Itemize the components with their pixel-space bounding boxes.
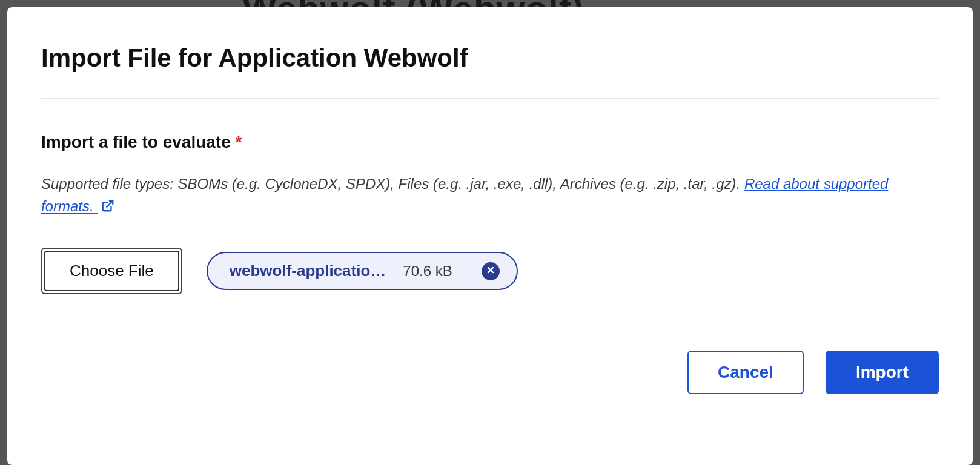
selected-file-name: webwolf-applicatio… — [230, 262, 386, 280]
section-label-text: Import a file to evaluate — [41, 133, 231, 151]
external-link-icon — [101, 196, 114, 219]
import-file-modal: Import File for Application Webwolf Impo… — [7, 7, 973, 465]
svg-line-0 — [107, 201, 113, 207]
file-selection-row: Choose File webwolf-applicatio… 70.6 kB — [41, 248, 939, 294]
close-icon — [486, 266, 495, 277]
cancel-button[interactable]: Cancel — [687, 351, 804, 394]
help-text: Supported file types: SBOMs (e.g. Cyclon… — [41, 173, 939, 219]
import-button[interactable]: Import — [826, 351, 939, 394]
choose-file-button[interactable]: Choose File — [44, 251, 179, 291]
divider — [41, 326, 939, 326]
modal-footer: Cancel Import — [41, 351, 939, 394]
divider — [41, 98, 939, 99]
choose-file-focus-ring: Choose File — [41, 248, 182, 294]
selected-file-chip: webwolf-applicatio… 70.6 kB — [207, 252, 518, 290]
selected-file-size: 70.6 kB — [403, 263, 452, 280]
modal-title: Import File for Application Webwolf — [41, 44, 939, 73]
help-text-prefix: Supported file types: SBOMs (e.g. Cyclon… — [41, 176, 744, 192]
required-asterisk: * — [236, 133, 242, 151]
remove-file-button[interactable] — [482, 262, 500, 280]
section-label: Import a file to evaluate * — [41, 133, 939, 152]
